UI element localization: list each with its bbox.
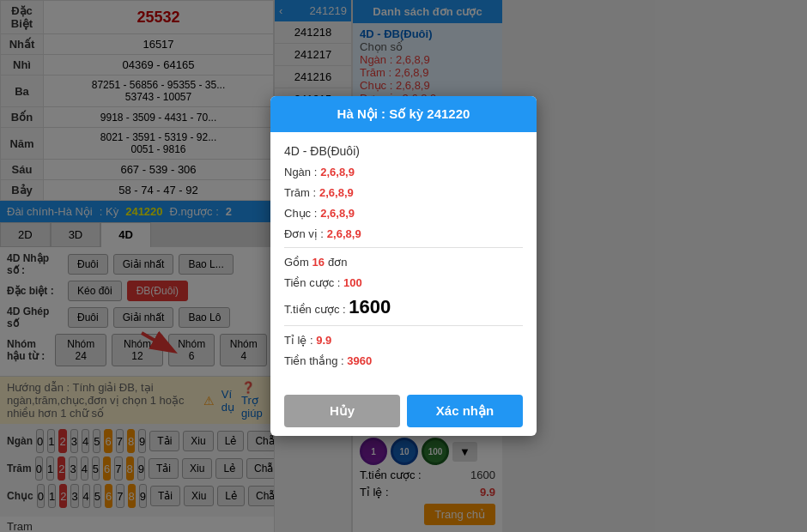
modal-ttien-val: 1600 bbox=[349, 296, 391, 317]
modal-ttien-label: T.tiền cược : bbox=[284, 303, 349, 316]
huy-btn[interactable]: Hủy bbox=[284, 395, 400, 427]
modal-gom-row: Gồm 16 đơn bbox=[284, 255, 523, 269]
modal-bet-type: 4D - ĐB(Đuôi) bbox=[284, 144, 523, 158]
modal-thuong-val: 3960 bbox=[347, 354, 372, 367]
modal-tile-label: Tỉ lệ : bbox=[284, 334, 316, 347]
modal-body: 4D - ĐB(Đuôi) Ngàn : 2,6,8,9 Trăm : 2,6,… bbox=[270, 132, 537, 386]
modal-header: Hà Nội : Số kỳ 241220 bbox=[270, 96, 537, 132]
modal-thuong-label: Tiền thắng : bbox=[284, 354, 347, 367]
modal-tile-val: 9.9 bbox=[316, 334, 331, 347]
modal-donvi-val: 2,6,8,9 bbox=[327, 227, 361, 240]
modal-gom-label: Gồm bbox=[284, 256, 312, 269]
modal-tram-label: Trăm : bbox=[284, 186, 316, 199]
modal-tien-cuoc-row: Tiền cược : 100 bbox=[284, 275, 523, 289]
modal-chuc-row: Chục : 2,6,8,9 bbox=[284, 206, 523, 220]
modal-gom-suffix: đơn bbox=[328, 256, 347, 269]
modal-tien-cuoc-val: 100 bbox=[343, 276, 362, 289]
modal-footer: Hủy Xác nhận bbox=[270, 386, 537, 436]
xac-nhan-btn[interactable]: Xác nhận bbox=[407, 395, 523, 427]
modal-ngan-row: Ngàn : 2,6,8,9 bbox=[284, 165, 523, 178]
modal-chuc-label: Chục : bbox=[284, 207, 317, 220]
modal-chuc-val: 2,6,8,9 bbox=[320, 207, 355, 220]
modal-gom-val: 16 bbox=[312, 256, 325, 269]
modal-donvi-label: Đơn vị : bbox=[284, 227, 324, 240]
modal-ttien-row: T.tiền cược : 1600 bbox=[284, 296, 523, 318]
modal-thuong-row: Tiền thắng : 3960 bbox=[284, 354, 523, 367]
modal-overlay: Hà Nội : Số kỳ 241220 4D - ĐB(Đuôi) Ngàn… bbox=[0, 0, 807, 532]
modal-tram-val: 2,6,8,9 bbox=[319, 186, 354, 199]
modal-ngan-val: 2,6,8,9 bbox=[320, 166, 355, 178]
modal-tram-row: Trăm : 2,6,8,9 bbox=[284, 185, 523, 199]
modal-ngan-label: Ngàn : bbox=[284, 166, 317, 178]
modal-tile-row: Tỉ lệ : 9.9 bbox=[284, 333, 523, 347]
modal-tien-cuoc-label: Tiền cược : bbox=[284, 276, 343, 289]
modal: Hà Nội : Số kỳ 241220 4D - ĐB(Đuôi) Ngàn… bbox=[270, 96, 537, 436]
modal-donvi-row: Đơn vị : 2,6,8,9 bbox=[284, 227, 523, 240]
